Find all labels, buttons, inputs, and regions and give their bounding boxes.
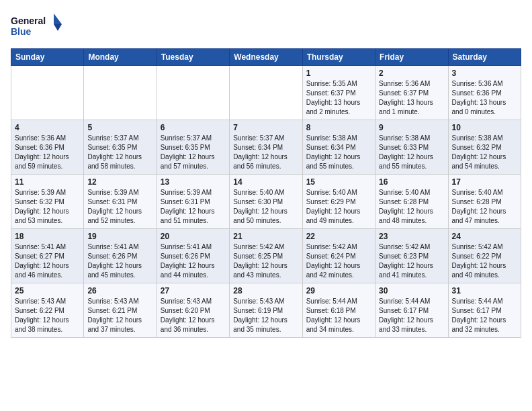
day-number: 13 — [161, 177, 226, 187]
day-number: 4 — [15, 123, 80, 132]
col-sunday: Sunday — [11, 49, 84, 66]
calendar-cell: 24Sunrise: 5:42 AM Sunset: 6:22 PM Dayli… — [448, 229, 521, 283]
calendar-cell: 8Sunrise: 5:38 AM Sunset: 6:34 PM Daylig… — [302, 120, 375, 175]
day-number: 10 — [452, 123, 517, 132]
day-info: Sunrise: 5:43 AM Sunset: 6:21 PM Dayligh… — [87, 297, 152, 334]
calendar-cell: 7Sunrise: 5:37 AM Sunset: 6:34 PM Daylig… — [230, 120, 302, 175]
day-number: 6 — [161, 123, 226, 132]
day-number: 22 — [306, 232, 371, 241]
day-number: 25 — [15, 286, 80, 295]
calendar-cell: 13Sunrise: 5:39 AM Sunset: 6:31 PM Dayli… — [157, 175, 229, 229]
day-number: 23 — [379, 232, 444, 241]
day-info: Sunrise: 5:37 AM Sunset: 6:34 PM Dayligh… — [233, 134, 298, 171]
day-info: Sunrise: 5:40 AM Sunset: 6:30 PM Dayligh… — [233, 188, 298, 226]
calendar-cell: 11Sunrise: 5:39 AM Sunset: 6:32 PM Dayli… — [11, 175, 84, 229]
day-info: Sunrise: 5:36 AM Sunset: 6:36 PM Dayligh… — [15, 134, 80, 171]
calendar-week-row: 4Sunrise: 5:36 AM Sunset: 6:36 PM Daylig… — [11, 120, 521, 175]
day-info: Sunrise: 5:35 AM Sunset: 6:37 PM Dayligh… — [306, 79, 371, 117]
calendar-cell: 1Sunrise: 5:35 AM Sunset: 6:37 PM Daylig… — [302, 66, 375, 120]
day-info: Sunrise: 5:42 AM Sunset: 6:25 PM Dayligh… — [233, 242, 298, 280]
day-number: 24 — [452, 232, 517, 241]
calendar-week-row: 11Sunrise: 5:39 AM Sunset: 6:32 PM Dayli… — [11, 175, 521, 229]
day-info: Sunrise: 5:36 AM Sunset: 6:36 PM Dayligh… — [452, 79, 517, 117]
day-number: 11 — [15, 177, 80, 187]
calendar-cell — [11, 66, 84, 120]
day-info: Sunrise: 5:42 AM Sunset: 6:22 PM Dayligh… — [452, 242, 517, 280]
day-info: Sunrise: 5:38 AM Sunset: 6:33 PM Dayligh… — [379, 134, 444, 171]
calendar-cell: 21Sunrise: 5:42 AM Sunset: 6:25 PM Dayli… — [230, 229, 302, 283]
logo-svg: General Blue — [11, 11, 64, 43]
calendar-cell: 15Sunrise: 5:40 AM Sunset: 6:29 PM Dayli… — [302, 175, 375, 229]
day-number: 1 — [306, 68, 371, 78]
day-number: 5 — [87, 123, 152, 132]
day-number: 28 — [233, 286, 298, 295]
col-thursday: Thursday — [302, 49, 375, 66]
day-number: 29 — [306, 286, 371, 295]
day-number: 12 — [87, 177, 152, 187]
day-info: Sunrise: 5:41 AM Sunset: 6:26 PM Dayligh… — [161, 242, 226, 280]
day-info: Sunrise: 5:39 AM Sunset: 6:31 PM Dayligh… — [161, 188, 226, 226]
col-friday: Friday — [375, 49, 448, 66]
day-info: Sunrise: 5:41 AM Sunset: 6:27 PM Dayligh… — [15, 242, 80, 280]
day-info: Sunrise: 5:39 AM Sunset: 6:31 PM Dayligh… — [87, 188, 152, 226]
svg-text:Blue: Blue — [11, 26, 32, 37]
day-number: 7 — [233, 123, 298, 132]
day-info: Sunrise: 5:36 AM Sunset: 6:37 PM Dayligh… — [379, 79, 444, 117]
day-number: 3 — [452, 68, 517, 78]
col-wednesday: Wednesday — [230, 49, 302, 66]
calendar-cell: 23Sunrise: 5:42 AM Sunset: 6:23 PM Dayli… — [375, 229, 448, 283]
calendar-cell: 30Sunrise: 5:44 AM Sunset: 6:17 PM Dayli… — [375, 283, 448, 338]
calendar-cell: 19Sunrise: 5:41 AM Sunset: 6:26 PM Dayli… — [84, 229, 157, 283]
calendar-cell: 20Sunrise: 5:41 AM Sunset: 6:26 PM Dayli… — [157, 229, 229, 283]
day-info: Sunrise: 5:44 AM Sunset: 6:18 PM Dayligh… — [306, 297, 371, 334]
day-number: 31 — [452, 286, 517, 295]
svg-text:General: General — [11, 15, 46, 26]
calendar-cell — [230, 66, 302, 120]
day-info: Sunrise: 5:39 AM Sunset: 6:32 PM Dayligh… — [15, 188, 80, 226]
calendar-cell: 2Sunrise: 5:36 AM Sunset: 6:37 PM Daylig… — [375, 66, 448, 120]
day-info: Sunrise: 5:40 AM Sunset: 6:28 PM Dayligh… — [452, 188, 517, 226]
day-info: Sunrise: 5:40 AM Sunset: 6:28 PM Dayligh… — [379, 188, 444, 226]
day-number: 20 — [161, 232, 226, 241]
svg-marker-3 — [54, 24, 62, 31]
calendar-cell: 4Sunrise: 5:36 AM Sunset: 6:36 PM Daylig… — [11, 120, 84, 175]
day-number: 9 — [379, 123, 444, 132]
day-info: Sunrise: 5:43 AM Sunset: 6:20 PM Dayligh… — [161, 297, 226, 334]
day-info: Sunrise: 5:40 AM Sunset: 6:29 PM Dayligh… — [306, 188, 371, 226]
day-number: 14 — [233, 177, 298, 187]
calendar-cell: 28Sunrise: 5:43 AM Sunset: 6:19 PM Dayli… — [230, 283, 302, 338]
page-header: General Blue — [11, 11, 521, 43]
svg-marker-2 — [54, 13, 62, 24]
calendar-cell: 5Sunrise: 5:37 AM Sunset: 6:35 PM Daylig… — [84, 120, 157, 175]
calendar-week-row: 25Sunrise: 5:43 AM Sunset: 6:22 PM Dayli… — [11, 283, 521, 338]
day-number: 18 — [15, 232, 80, 241]
calendar-cell: 6Sunrise: 5:37 AM Sunset: 6:35 PM Daylig… — [157, 120, 229, 175]
day-info: Sunrise: 5:41 AM Sunset: 6:26 PM Dayligh… — [87, 242, 152, 280]
calendar-cell: 31Sunrise: 5:44 AM Sunset: 6:17 PM Dayli… — [448, 283, 521, 338]
day-number: 21 — [233, 232, 298, 241]
day-number: 15 — [306, 177, 371, 187]
calendar-cell: 14Sunrise: 5:40 AM Sunset: 6:30 PM Dayli… — [230, 175, 302, 229]
day-number: 17 — [452, 177, 517, 187]
day-info: Sunrise: 5:42 AM Sunset: 6:23 PM Dayligh… — [379, 242, 444, 280]
day-info: Sunrise: 5:44 AM Sunset: 6:17 PM Dayligh… — [379, 297, 444, 334]
calendar-header-row: Sunday Monday Tuesday Wednesday Thursday… — [11, 49, 521, 66]
col-tuesday: Tuesday — [157, 49, 229, 66]
calendar-table: Sunday Monday Tuesday Wednesday Thursday… — [11, 48, 521, 338]
calendar-week-row: 18Sunrise: 5:41 AM Sunset: 6:27 PM Dayli… — [11, 229, 521, 283]
col-monday: Monday — [84, 49, 157, 66]
day-info: Sunrise: 5:43 AM Sunset: 6:22 PM Dayligh… — [15, 297, 80, 334]
calendar-cell: 18Sunrise: 5:41 AM Sunset: 6:27 PM Dayli… — [11, 229, 84, 283]
day-info: Sunrise: 5:43 AM Sunset: 6:19 PM Dayligh… — [233, 297, 298, 334]
day-info: Sunrise: 5:42 AM Sunset: 6:24 PM Dayligh… — [306, 242, 371, 280]
calendar-cell: 10Sunrise: 5:38 AM Sunset: 6:32 PM Dayli… — [448, 120, 521, 175]
calendar-week-row: 1Sunrise: 5:35 AM Sunset: 6:37 PM Daylig… — [11, 66, 521, 120]
calendar-cell: 9Sunrise: 5:38 AM Sunset: 6:33 PM Daylig… — [375, 120, 448, 175]
calendar-cell: 26Sunrise: 5:43 AM Sunset: 6:21 PM Dayli… — [84, 283, 157, 338]
calendar-cell: 25Sunrise: 5:43 AM Sunset: 6:22 PM Dayli… — [11, 283, 84, 338]
day-number: 30 — [379, 286, 444, 295]
day-info: Sunrise: 5:37 AM Sunset: 6:35 PM Dayligh… — [161, 134, 226, 171]
day-number: 26 — [87, 286, 152, 295]
day-number: 27 — [161, 286, 226, 295]
logo: General Blue — [11, 11, 64, 43]
